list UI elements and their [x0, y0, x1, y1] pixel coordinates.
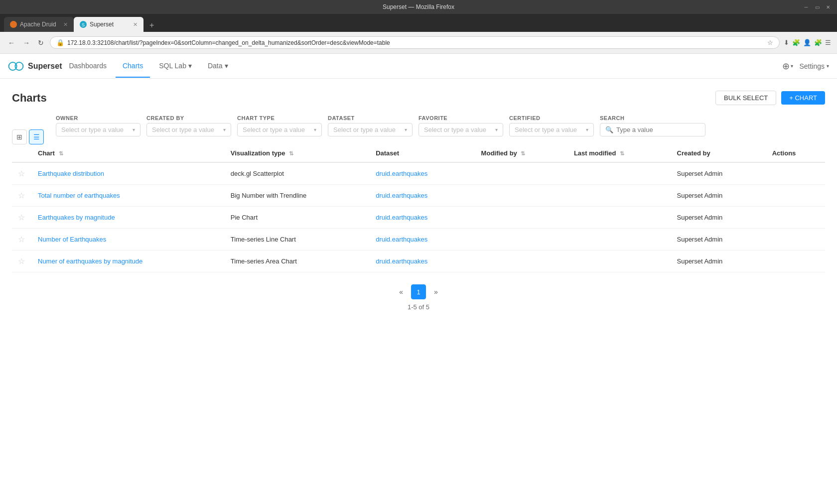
favorite-filter-placeholder: Select or type a value: [424, 126, 486, 133]
chart-link-0[interactable]: Earthquake distribution: [38, 170, 104, 177]
add-chart-button[interactable]: + CHART: [781, 91, 825, 105]
star-cell-4: ☆: [12, 251, 32, 272]
th-viz-type-label: Visualization type: [231, 149, 285, 157]
addon-icon[interactable]: 🧩: [792, 39, 800, 46]
bulk-select-button[interactable]: BULK SELECT: [715, 91, 776, 105]
last-modified-cell-1: [568, 185, 671, 207]
nav-data[interactable]: Data ▾: [201, 55, 235, 78]
modified-by-cell-1: [475, 185, 568, 207]
menu-icon[interactable]: ☰: [825, 39, 831, 46]
browser-chrome: Superset — Mozilla Firefox ─ ▭ ✕ Apache …: [0, 0, 837, 54]
star-button-1[interactable]: ☆: [18, 191, 25, 200]
chart-link-2[interactable]: Earthquakes by magnitude: [38, 214, 115, 221]
star-button-2[interactable]: ☆: [18, 213, 25, 222]
th-actions: Actions: [766, 144, 825, 162]
nav-plus-button[interactable]: ⊕ ▾: [782, 61, 793, 72]
page-title: Charts: [12, 92, 47, 105]
modified-by-sort-icon: ⇅: [521, 150, 525, 156]
chart-link-1[interactable]: Total number of earthquakes: [38, 192, 120, 199]
close-icon[interactable]: ✕: [824, 3, 832, 11]
next-page-button[interactable]: »: [430, 286, 442, 298]
nav-charts[interactable]: Charts: [116, 55, 150, 78]
dataset-link-4[interactable]: druid.earthquakes: [376, 257, 427, 265]
th-dataset-label: Dataset: [376, 149, 399, 157]
bookmark-icon[interactable]: ☆: [767, 39, 773, 46]
chart-type-filter-placeholder: Select or type a value: [243, 126, 305, 133]
favorite-filter-select[interactable]: Select or type a value ▾: [418, 123, 503, 136]
viz-type-sort-icon: ⇅: [289, 150, 293, 156]
actions-cell-1: [766, 185, 825, 207]
forward-button[interactable]: →: [21, 37, 32, 49]
settings-button[interactable]: Settings ▾: [799, 62, 829, 70]
tab-superset[interactable]: S Superset ✕: [74, 17, 143, 32]
grid-view-button[interactable]: ⊞: [12, 129, 27, 144]
chart-type-chevron-icon: ▾: [314, 127, 316, 132]
extensions-icon[interactable]: 🧩: [814, 39, 822, 46]
created-by-filter-select[interactable]: Select or type a value ▾: [146, 123, 231, 136]
druid-favicon: [10, 21, 17, 28]
dataset-link-0[interactable]: druid.earthquakes: [376, 170, 427, 177]
tab-druid[interactable]: Apache Druid ✕: [4, 17, 74, 32]
chart-link-4[interactable]: Numer of earthquakes by magnitude: [38, 257, 142, 265]
created-by-filter-placeholder: Select or type a value: [152, 126, 214, 133]
sql-lab-chevron-icon: ▾: [188, 62, 192, 70]
last-modified-cell-0: [568, 162, 671, 185]
owner-chevron-icon: ▾: [133, 127, 135, 132]
address-box[interactable]: 🔒 172.18.0.3:32108/chart/list/?pageIndex…: [50, 36, 780, 49]
page-number-1[interactable]: 1: [411, 284, 426, 299]
settings-label: Settings: [799, 62, 825, 70]
dataset-link-1[interactable]: druid.earthquakes: [376, 192, 427, 199]
back-button[interactable]: ←: [6, 37, 17, 49]
table-row: ☆ Earthquake distribution deck.gl Scatte…: [12, 162, 825, 185]
star-button-0[interactable]: ☆: [18, 169, 25, 178]
dataset-filter-select[interactable]: Select or type a value ▾: [328, 123, 413, 136]
tab-superset-close[interactable]: ✕: [133, 21, 138, 28]
logo-text: Superset: [28, 62, 62, 71]
dataset-cell-1: druid.earthquakes: [370, 185, 475, 207]
owner-filter-label: OWNER: [56, 115, 140, 121]
favorite-chevron-icon: ▾: [495, 127, 498, 132]
logo-svg: [8, 61, 24, 71]
star-button-3[interactable]: ☆: [18, 235, 25, 244]
dataset-filter-placeholder: Select or type a value: [333, 126, 396, 133]
lock-icon: 🔒: [56, 39, 64, 46]
prev-page-button[interactable]: «: [395, 286, 407, 298]
certified-filter-placeholder: Select or type a value: [515, 126, 577, 133]
th-chart[interactable]: Chart ⇅: [32, 144, 225, 162]
maximize-icon[interactable]: ▭: [813, 3, 821, 11]
pagination-controls: « 1 »: [395, 284, 442, 299]
th-dataset: Dataset: [370, 144, 475, 162]
star-button-4[interactable]: ☆: [18, 256, 25, 266]
dataset-link-3[interactable]: druid.earthquakes: [376, 236, 427, 243]
favorite-filter-group: FAVORITE Select or type a value ▾: [418, 115, 503, 136]
actions-cell-0: [766, 162, 825, 185]
created-by-cell-2: Superset Admin: [671, 207, 766, 229]
table-row: ☆ Earthquakes by magnitude Pie Chart dru…: [12, 207, 825, 229]
th-modified-by[interactable]: Modified by ⇅: [475, 144, 568, 162]
actions-cell-4: [766, 251, 825, 272]
minimize-icon[interactable]: ─: [802, 3, 810, 11]
owner-filter-select[interactable]: Select or type a value ▾: [56, 123, 140, 136]
reload-button[interactable]: ↻: [36, 37, 46, 49]
nav-dashboards[interactable]: Dashboards: [62, 55, 114, 78]
list-view-button[interactable]: ☰: [29, 129, 44, 144]
viz-type-cell-0: deck.gl Scatterplot: [225, 162, 370, 185]
certified-filter-select[interactable]: Select or type a value ▾: [509, 123, 594, 136]
profile-icon[interactable]: 👤: [803, 39, 811, 46]
window-controls: ─ ▭ ✕: [802, 3, 832, 11]
address-url: 172.18.0.3:32108/chart/list/?pageIndex=0…: [67, 39, 764, 46]
th-actions-label: Actions: [772, 149, 796, 157]
app-nav: Superset Dashboards Charts SQL Lab ▾ Dat…: [0, 54, 837, 79]
chart-link-3[interactable]: Number of Earthquakes: [38, 236, 106, 243]
nav-sql-lab[interactable]: SQL Lab ▾: [152, 55, 199, 78]
chart-type-filter-select[interactable]: Select or type a value ▾: [237, 123, 322, 136]
th-viz-type[interactable]: Visualization type ⇅: [225, 144, 370, 162]
tab-druid-close[interactable]: ✕: [63, 21, 68, 28]
save-icon[interactable]: ⬇: [784, 39, 789, 46]
new-tab-button[interactable]: +: [145, 19, 158, 32]
dataset-link-2[interactable]: druid.earthquakes: [376, 214, 427, 221]
search-input[interactable]: [616, 126, 700, 133]
modified-by-cell-0: [475, 162, 568, 185]
dataset-cell-2: druid.earthquakes: [370, 207, 475, 229]
th-last-modified[interactable]: Last modified ⇅: [568, 144, 671, 162]
